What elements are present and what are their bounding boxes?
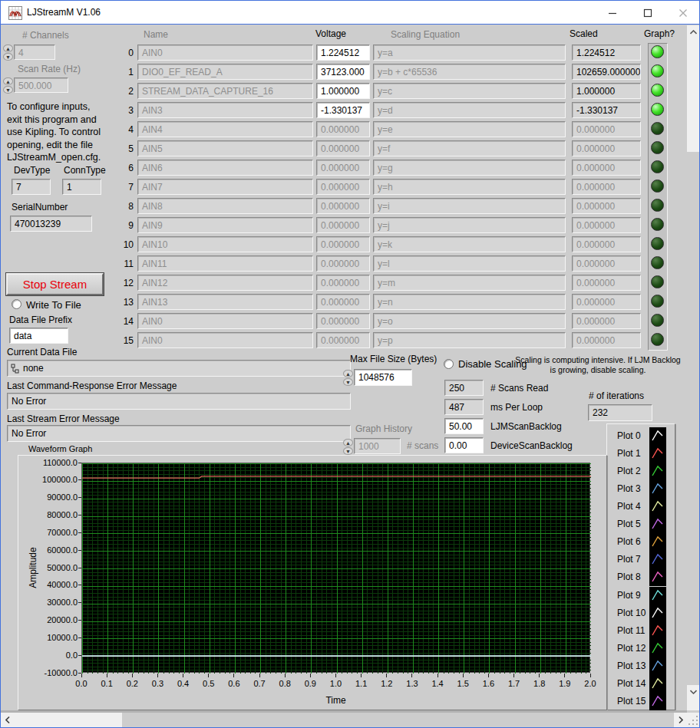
scaling-equation-input[interactable]: y=p [373,332,566,348]
graph-led[interactable] [651,84,664,97]
legend-item[interactable]: Plot 3 [607,480,675,498]
scaling-equation-input[interactable]: y=f [373,140,566,156]
data-file-prefix-input[interactable]: data [9,328,68,344]
scaling-equation-input[interactable]: y=c [373,83,566,99]
legend-item[interactable]: Plot 9 [607,587,675,604]
horizontal-scrollbar-thumb[interactable] [122,713,674,727]
scaling-equation-input[interactable]: y=g [373,160,566,176]
minimize-button[interactable] [595,1,630,25]
horizontal-scrollbar[interactable] [1,713,687,727]
scaling-equation-input[interactable]: y=e [373,121,566,137]
plot-color-swatch[interactable] [649,693,666,710]
scan-rate-spinner[interactable]: ▲ ▼ [3,77,13,94]
maximize-button[interactable] [630,1,665,25]
graph-led[interactable] [651,180,664,193]
graph-history-input[interactable]: 1000 [354,438,401,454]
graph-led[interactable] [651,295,664,308]
plot-color-swatch[interactable] [649,622,666,640]
plot-color-swatch[interactable] [649,516,666,533]
legend-item[interactable]: Plot 14 [607,675,675,693]
plot-color-swatch[interactable] [649,657,666,675]
graph-led[interactable] [651,199,664,212]
scaling-equation-input[interactable]: y=o [373,313,566,329]
increment-icon[interactable]: ▲ [343,370,353,377]
scaling-equation-input[interactable]: y=m [373,275,566,291]
legend-item[interactable]: Plot 10 [607,604,675,622]
graph-led[interactable] [651,256,664,269]
plot-color-swatch[interactable] [649,445,666,463]
legend-item[interactable]: Plot 5 [607,516,675,533]
scroll-down-button[interactable] [687,685,700,698]
channel-name-input[interactable]: STREAM_DATA_CAPTURE_16 [137,83,313,99]
increment-icon[interactable]: ▲ [3,77,13,85]
scaling-equation-input[interactable]: y=j [373,217,566,233]
vertical-scrollbar-thumb[interactable] [687,152,700,685]
channel-name-input[interactable]: AIN0 [137,313,313,329]
legend-item[interactable]: Plot 8 [607,568,675,586]
plot-color-swatch[interactable] [649,640,666,657]
plot-color-swatch[interactable] [649,427,666,445]
legend-item[interactable]: Plot 4 [607,498,675,516]
decrement-icon[interactable]: ▼ [343,447,353,455]
channel-name-input[interactable]: AIN11 [137,255,313,272]
scroll-right-button[interactable] [674,713,687,727]
graph-led[interactable] [651,218,664,231]
graph-led[interactable] [651,160,664,173]
channel-name-input[interactable]: AIN6 [137,160,313,176]
channel-name-input[interactable]: AIN7 [137,179,313,195]
graph-led[interactable] [651,333,664,346]
plot-color-swatch[interactable] [649,675,666,693]
legend-item[interactable]: Plot 7 [607,551,675,568]
close-button[interactable] [665,1,700,25]
max-file-size-spinner[interactable]: ▲ ▼ [343,370,353,387]
scaling-equation-input[interactable]: y=h [373,179,566,195]
scroll-left-button[interactable] [1,713,14,727]
graph-led[interactable] [651,64,664,77]
legend-item[interactable]: Plot 12 [607,640,675,657]
plot-color-swatch[interactable] [649,568,666,586]
stop-stream-button[interactable]: Stop Stream [6,273,104,295]
scaling-equation-input[interactable]: y=n [373,294,566,310]
max-file-size-input[interactable]: 1048576 [354,369,412,386]
conntype-input[interactable]: 1 [62,179,101,195]
channel-name-input[interactable]: AIN4 [137,121,313,137]
plot-color-swatch[interactable] [649,533,666,551]
channels-spinner[interactable]: ▲ ▼ [3,44,13,61]
legend-item[interactable]: Plot 11 [607,622,675,640]
plot-color-swatch[interactable] [649,604,666,622]
decrement-icon[interactable]: ▼ [3,53,13,61]
scaling-equation-input[interactable]: y=b + c*65536 [373,64,566,80]
channel-name-input[interactable]: AIN8 [137,198,313,214]
title-bar[interactable]: LJStreamM V1.06 [1,1,700,25]
graph-led[interactable] [651,103,664,116]
graph-led[interactable] [651,141,664,154]
scan-rate-input[interactable]: 500.000 [14,77,68,93]
scaling-equation-input[interactable]: y=d [373,102,566,118]
decrement-icon[interactable]: ▼ [3,86,13,94]
legend-item[interactable]: Plot 13 [607,657,675,675]
graph-led[interactable] [651,45,664,58]
graph-led[interactable] [651,122,664,135]
resize-grip[interactable] [687,713,700,727]
graph-led[interactable] [651,237,664,250]
vertical-scrollbar[interactable] [687,25,700,710]
scroll-up-button[interactable] [687,25,700,38]
channel-name-input[interactable]: AIN9 [137,217,313,233]
scaling-equation-input[interactable]: y=i [373,198,566,214]
scaling-equation-input[interactable]: y=k [373,236,566,252]
increment-icon[interactable]: ▲ [3,44,13,52]
disable-scaling-radio[interactable] [444,359,454,369]
decrement-icon[interactable]: ▼ [343,378,353,386]
serial-number-input[interactable]: 470013239 [10,216,92,232]
plot-color-swatch[interactable] [649,551,666,568]
legend-item[interactable]: Plot 0 [607,427,675,445]
write-to-file-radio[interactable] [12,299,21,309]
channel-name-input[interactable]: AIN10 [137,236,313,252]
channels-input[interactable]: 4 [14,44,55,60]
legend-item[interactable]: Plot 2 [607,463,675,480]
channel-name-input[interactable]: AIN12 [137,275,313,291]
plot-color-swatch[interactable] [649,498,666,516]
scaling-equation-input[interactable]: y=l [373,255,566,272]
channel-name-input[interactable]: AIN5 [137,140,313,156]
graph-led[interactable] [651,275,664,288]
